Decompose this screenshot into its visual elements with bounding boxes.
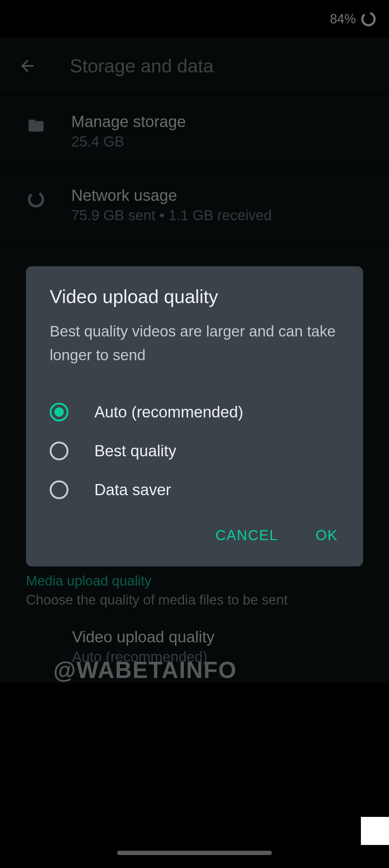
cancel-button[interactable]: CANCEL — [208, 522, 285, 548]
radio-button-icon — [50, 442, 68, 460]
dialog-title: Video upload quality — [26, 286, 363, 307]
radio-label: Auto (recommended) — [94, 403, 243, 421]
radio-button-icon — [50, 403, 68, 421]
dialog-actions: CANCEL OK — [26, 509, 363, 556]
radio-label: Best quality — [94, 442, 176, 460]
corner-marker — [361, 817, 389, 845]
radio-option-auto[interactable]: Auto (recommended) — [26, 393, 363, 431]
ok-button[interactable]: OK — [308, 522, 345, 548]
radio-option-saver[interactable]: Data saver — [26, 470, 363, 509]
dialog-description: Best quality videos are larger and can t… — [26, 320, 363, 367]
video-quality-dialog: Video upload quality Best quality videos… — [26, 266, 363, 566]
radio-button-icon — [50, 480, 68, 499]
radio-label: Data saver — [94, 481, 171, 499]
nav-handle[interactable] — [117, 851, 272, 855]
radio-option-best[interactable]: Best quality — [26, 431, 363, 470]
